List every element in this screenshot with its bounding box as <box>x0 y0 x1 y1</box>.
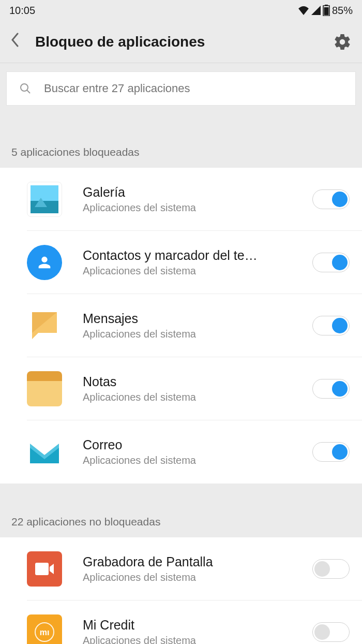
search-container <box>0 63 362 114</box>
app-sub: Aplicaciones del sistema <box>83 391 303 403</box>
app-name: Contactos y marcador del te… <box>83 248 303 263</box>
app-text: Galería Aplicaciones del sistema <box>83 185 303 214</box>
svg-line-4 <box>27 90 30 93</box>
mi-credit-icon: mı <box>27 614 62 644</box>
clock: 10:05 <box>9 5 35 17</box>
unlocked-section-header: 22 aplicaciones no bloqueadas <box>0 484 362 537</box>
search-icon <box>19 82 32 95</box>
app-name: Correo <box>83 437 303 452</box>
app-sub: Aplicaciones del sistema <box>83 455 303 466</box>
svg-rect-5 <box>35 563 49 575</box>
toggle[interactable] <box>312 442 350 462</box>
battery-percent: 85% <box>332 5 353 17</box>
app-name: Notas <box>83 374 303 389</box>
app-sub: Aplicaciones del sistema <box>83 328 303 340</box>
toggle[interactable] <box>312 559 350 579</box>
app-sub: Aplicaciones del sistema <box>83 202 303 214</box>
header: Bloqueo de aplicaciones <box>0 21 362 63</box>
app-text: Correo Aplicaciones del sistema <box>83 437 303 466</box>
app-sub: Aplicaciones del sistema <box>83 572 303 583</box>
search-box[interactable] <box>6 71 356 106</box>
app-name: Grabadora de Pantalla <box>83 554 303 569</box>
app-name: Galería <box>83 185 303 200</box>
toggle[interactable] <box>312 316 350 335</box>
app-sub: Aplicaciones del sistema <box>83 265 303 277</box>
notes-icon <box>27 371 62 406</box>
svg-text:mı: mı <box>40 628 50 637</box>
status-icons: 85% <box>298 5 353 17</box>
locked-app-list: Galería Aplicaciones del sistema Contact… <box>0 168 362 484</box>
messages-icon <box>27 308 62 343</box>
svg-rect-2 <box>324 7 328 16</box>
app-row-micredit[interactable]: mı Mi Credit Aplicaciones del sistema <box>27 601 362 644</box>
locked-section-header: 5 aplicaciones bloqueadas <box>0 114 362 168</box>
signal-icon <box>311 6 321 15</box>
wifi-icon <box>298 6 309 15</box>
app-text: Grabadora de Pantalla Aplicaciones del s… <box>83 554 303 583</box>
app-text: Mensajes Aplicaciones del sistema <box>83 311 303 340</box>
settings-button[interactable] <box>333 33 352 51</box>
toggle[interactable] <box>312 379 350 399</box>
app-text: Notas Aplicaciones del sistema <box>83 374 303 403</box>
battery-icon <box>323 5 330 16</box>
app-row-mensajes[interactable]: Mensajes Aplicaciones del sistema <box>27 294 362 357</box>
app-row-correo[interactable]: Correo Aplicaciones del sistema <box>27 420 362 484</box>
contacts-icon <box>27 245 62 280</box>
toggle[interactable] <box>312 253 350 272</box>
status-bar: 10:05 85% <box>0 0 362 21</box>
app-row-recorder[interactable]: Grabadora de Pantalla Aplicaciones del s… <box>27 537 362 601</box>
screen-recorder-icon <box>27 551 62 587</box>
app-text: Contactos y marcador del te… Aplicacione… <box>83 248 303 277</box>
app-row-notas[interactable]: Notas Aplicaciones del sistema <box>27 357 362 420</box>
page-title: Bloqueo de aplicaciones <box>35 34 333 50</box>
back-button[interactable] <box>10 33 26 51</box>
svg-point-3 <box>21 84 28 91</box>
toggle[interactable] <box>312 622 350 642</box>
app-name: Mi Credit <box>83 618 303 633</box>
gallery-icon <box>27 182 62 217</box>
app-row-contactos[interactable]: Contactos y marcador del te… Aplicacione… <box>27 231 362 294</box>
app-row-galeria[interactable]: Galería Aplicaciones del sistema <box>27 168 362 231</box>
app-name: Mensajes <box>83 311 303 326</box>
mail-icon <box>27 434 62 470</box>
app-sub: Aplicaciones del sistema <box>83 635 303 644</box>
toggle[interactable] <box>312 189 350 209</box>
search-input[interactable] <box>44 82 343 95</box>
app-text: Mi Credit Aplicaciones del sistema <box>83 618 303 644</box>
unlocked-app-list: Grabadora de Pantalla Aplicaciones del s… <box>0 537 362 644</box>
